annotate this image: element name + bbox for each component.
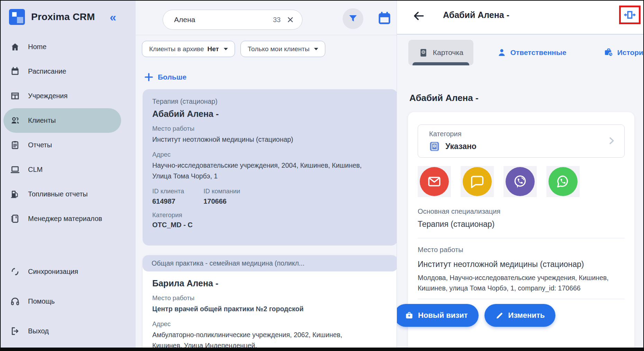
sidebar-nav: Home Расписание Учреждения Клиенты Отчет… [1, 35, 136, 231]
sidebar-item-label: Расписание [28, 67, 66, 75]
workplace-value: Центр врачей общей практики №2 городской [152, 304, 388, 314]
home-icon [10, 42, 20, 52]
notebook-icon [10, 214, 20, 223]
my-clients-filter-dropdown[interactable]: Только мои клиенты [241, 41, 326, 57]
sidebar-item-reports[interactable]: Отчеты [1, 133, 136, 157]
divider [418, 299, 625, 299]
address-value: Амбулаторно-поликлинические учреждения, … [152, 330, 367, 348]
tab-history[interactable]: Истори [604, 48, 643, 57]
sidebar-item-home[interactable]: Home [1, 35, 136, 59]
more-filters-button[interactable]: Больше [144, 72, 187, 82]
tab-label: Карточка [433, 48, 463, 57]
client-id-value: 614987 [152, 197, 203, 205]
card-specialty: Общая практика - семейная медицина (поли… [143, 255, 397, 271]
new-visit-button[interactable]: Новый визит [397, 304, 479, 327]
category-value: OTC_MD - C [152, 221, 388, 229]
expand-annotation-box [619, 6, 641, 24]
sidebar-footer: Синхронизация Помощь Выход [1, 257, 136, 346]
back-arrow-icon [412, 10, 425, 22]
email-icon [427, 174, 442, 189]
sidebar-collapse-icon[interactable]: « [110, 11, 116, 23]
fuel-icon [10, 190, 20, 199]
floating-actions: Новый визит Изменить [397, 304, 555, 327]
list-toolbar: 33 [136, 1, 397, 35]
channel-tile [418, 166, 451, 197]
channel-tile [461, 166, 494, 197]
filter-icon [348, 13, 358, 24]
people-icon [10, 116, 20, 125]
company-id-value: 170666 [203, 197, 240, 205]
building-icon [10, 91, 20, 101]
detail-title: Абабий Алена - [443, 10, 509, 20]
sidebar-item-label: Топливные отчеты [28, 190, 88, 198]
channel-tile [504, 166, 537, 197]
sidebar-item-label: Отчеты [28, 141, 52, 149]
category-label: Категория [152, 211, 388, 219]
pencil-icon [495, 311, 504, 320]
clipboard-icon [10, 140, 20, 150]
close-icon[interactable] [286, 16, 294, 24]
card-specialty: Терапия (стационар) [152, 98, 388, 105]
sidebar-item-clients[interactable]: Клиенты [3, 108, 121, 133]
sidebar-item-clm[interactable]: CLM [1, 157, 136, 182]
chat-icon [470, 174, 485, 189]
client-card-selected[interactable]: Терапия (стационар) Абабий Алена - Место… [143, 89, 397, 246]
sidebar: Proxima CRM « Home Расписание Учреждения… [1, 1, 136, 348]
archive-filter-dropdown[interactable]: Клиенты в архиве Нет [142, 41, 235, 57]
person-icon [497, 48, 507, 57]
sidebar-item-institutions[interactable]: Учреждения [1, 84, 136, 108]
search-input[interactable] [174, 16, 254, 24]
tab-card[interactable]: Карточка [408, 40, 473, 65]
briefcase-icon [405, 311, 414, 320]
sms-button[interactable] [463, 167, 492, 196]
sidebar-item-fuel-reports[interactable]: Топливные отчеты [1, 182, 136, 206]
app-title: Proxima CRM [31, 11, 95, 22]
calendar-blue-icon [377, 11, 392, 26]
sidebar-item-label: Синхронизация [28, 268, 78, 276]
category-value: Указано [445, 142, 477, 151]
filter-label: Клиенты в архиве [149, 45, 204, 53]
workplace-value: Институт неотложной медицины (стационар) [152, 134, 388, 145]
calendar-button[interactable] [376, 10, 393, 27]
sidebar-item-sync[interactable]: Синхронизация [1, 257, 136, 286]
badge-eye-icon [429, 141, 440, 152]
sidebar-item-schedule[interactable]: Расписание [1, 59, 136, 84]
sidebar-item-label: CLM [28, 166, 43, 174]
sidebar-item-label: Менеджер материалов [28, 215, 102, 223]
expand-horizontal-icon[interactable] [623, 9, 637, 21]
workplace-address: Молдова, Научно-исследовательские учрежд… [418, 273, 618, 293]
sidebar-item-label: Клиенты [28, 117, 56, 124]
detail-tabs: Карточка Ответственные Истори [397, 39, 643, 66]
tab-label: Истори [617, 48, 643, 57]
channel-tile [546, 166, 580, 197]
viber-button[interactable] [506, 167, 535, 196]
email-button[interactable] [420, 167, 449, 196]
sidebar-item-help[interactable]: Помощь [1, 286, 136, 316]
filter-label: Только мои клиенты [248, 45, 310, 53]
filter-button[interactable] [343, 8, 363, 29]
sidebar-header: Proxima CRM « [1, 1, 136, 26]
calendar-icon [10, 67, 20, 76]
contact-channels [418, 166, 625, 197]
category-box[interactable]: Категория Указано [418, 124, 625, 158]
tab-responsible[interactable]: Ответственные [497, 48, 566, 57]
client-card[interactable]: Общая практика - семейная медицина (поли… [143, 255, 397, 348]
back-button[interactable] [412, 10, 426, 24]
history-icon [604, 48, 614, 57]
sidebar-item-materials-manager[interactable]: Менеджер материалов [1, 206, 136, 231]
card-icon [418, 48, 428, 58]
search-pill: 33 [163, 10, 302, 30]
specialization-value: Терапия (стационар) [418, 220, 625, 229]
category-label: Категория [429, 130, 477, 138]
more-label: Больше [158, 73, 187, 81]
sidebar-item-logout[interactable]: Выход [1, 316, 136, 346]
specialization-label: Основная специализация [418, 207, 625, 215]
search-result-count: 33 [273, 16, 281, 24]
edit-button[interactable]: Изменить [484, 304, 556, 327]
address-label: Адрес [152, 151, 388, 158]
client-id-label: ID клиента [152, 187, 203, 195]
chevron-right-icon [606, 136, 617, 146]
headphones-icon [10, 297, 20, 306]
whatsapp-button[interactable] [548, 167, 578, 196]
company-id-label: ID компании [203, 187, 240, 195]
